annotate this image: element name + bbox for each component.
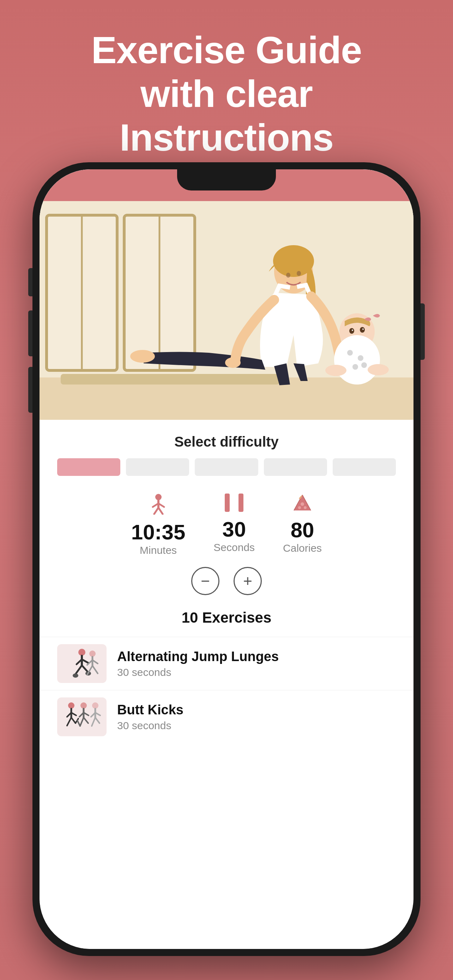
exercise-info-1: Alternating Jump Lunges 30 seconds bbox=[117, 649, 396, 678]
exercise-duration-2: 30 seconds bbox=[117, 720, 396, 732]
person-icon bbox=[149, 493, 168, 519]
svg-point-19 bbox=[352, 329, 353, 331]
exercise-thumbnail-2 bbox=[57, 697, 106, 736]
exercises-count-header: 10 Exercises bbox=[57, 609, 396, 626]
calories-label: Calories bbox=[283, 542, 322, 554]
volume-down-button bbox=[28, 367, 32, 413]
screen-content: Select difficulty bbox=[40, 169, 413, 949]
exercise-thumbnail-1 bbox=[57, 644, 106, 683]
svg-line-32 bbox=[154, 508, 158, 514]
svg-line-63 bbox=[84, 718, 88, 723]
svg-line-64 bbox=[77, 721, 80, 726]
seconds-stat: 30 Seconds bbox=[213, 493, 255, 554]
svg-line-33 bbox=[158, 508, 163, 514]
exercise-name-1: Alternating Jump Lunges bbox=[117, 649, 396, 664]
exercise-duration-1: 30 seconds bbox=[117, 667, 396, 678]
svg-point-12 bbox=[297, 271, 301, 276]
svg-line-55 bbox=[67, 718, 71, 725]
svg-point-25 bbox=[361, 362, 367, 368]
stats-section: 10:35 Minutes 30 Seconds bbox=[40, 483, 413, 560]
svg-point-51 bbox=[68, 702, 75, 709]
svg-point-35 bbox=[298, 506, 301, 509]
calories-value: 80 bbox=[291, 520, 314, 541]
hero-section: Exercise Guide with clear Instructions bbox=[0, 0, 453, 174]
calories-stat: 80 Calories bbox=[283, 493, 322, 554]
difficulty-bar-5[interactable] bbox=[333, 458, 396, 476]
timer-controls bbox=[40, 560, 413, 602]
phone-outer: Select difficulty bbox=[32, 162, 421, 956]
svg-point-34 bbox=[300, 502, 304, 506]
svg-point-21 bbox=[334, 335, 380, 385]
svg-point-26 bbox=[325, 365, 347, 376]
exercise-hero-image bbox=[40, 201, 413, 420]
svg-line-62 bbox=[80, 718, 84, 726]
increase-button[interactable] bbox=[234, 567, 262, 595]
phone-screen: Select difficulty bbox=[40, 169, 413, 949]
exercise-info-2: Butt Kicks 30 seconds bbox=[117, 702, 396, 732]
minutes-stat: 10:35 Minutes bbox=[131, 493, 185, 556]
svg-line-70 bbox=[95, 718, 100, 723]
difficulty-bar-2[interactable] bbox=[126, 458, 189, 476]
exercise-item[interactable]: Alternating Jump Lunges 30 seconds bbox=[40, 637, 413, 690]
exercise-name-2: Butt Kicks bbox=[117, 702, 396, 718]
svg-point-27 bbox=[368, 364, 389, 375]
svg-point-15 bbox=[130, 350, 155, 363]
difficulty-section: Select difficulty bbox=[40, 420, 413, 483]
svg-point-11 bbox=[286, 273, 290, 278]
minutes-label: Minutes bbox=[140, 544, 177, 556]
svg-point-24 bbox=[353, 364, 358, 370]
svg-point-65 bbox=[92, 702, 99, 709]
hero-title: Exercise Guide with clear Instructions bbox=[28, 28, 425, 160]
phone-mockup: Select difficulty bbox=[32, 162, 421, 956]
exercise-list: Alternating Jump Lunges 30 seconds bbox=[40, 637, 413, 949]
pause-icon bbox=[225, 493, 243, 516]
svg-line-41 bbox=[75, 665, 82, 674]
svg-point-20 bbox=[362, 328, 364, 330]
svg-line-69 bbox=[92, 718, 95, 726]
difficulty-label: Select difficulty bbox=[57, 434, 396, 450]
volume-up-button bbox=[28, 310, 32, 356]
difficulty-bars[interactable] bbox=[57, 458, 396, 476]
phone-notch bbox=[177, 169, 276, 191]
minutes-value: 10:35 bbox=[131, 522, 185, 543]
svg-point-17 bbox=[349, 328, 354, 334]
mute-button bbox=[28, 268, 32, 296]
svg-point-45 bbox=[89, 651, 95, 657]
svg-point-43 bbox=[73, 673, 78, 678]
power-button bbox=[421, 303, 425, 360]
svg-point-18 bbox=[360, 327, 365, 332]
difficulty-bar-1[interactable] bbox=[57, 458, 120, 476]
svg-point-36 bbox=[304, 506, 307, 509]
difficulty-bar-3[interactable] bbox=[195, 458, 258, 476]
seconds-label: Seconds bbox=[213, 541, 255, 554]
svg-rect-2 bbox=[61, 374, 280, 385]
svg-line-42 bbox=[82, 665, 88, 672]
svg-point-22 bbox=[347, 350, 353, 356]
decrease-button[interactable] bbox=[191, 567, 219, 595]
svg-point-23 bbox=[358, 355, 363, 361]
seconds-value: 30 bbox=[222, 519, 246, 540]
exercise-item-2[interactable]: Butt Kicks 30 seconds bbox=[40, 690, 413, 743]
svg-line-56 bbox=[71, 718, 75, 723]
svg-point-58 bbox=[80, 702, 87, 709]
svg-line-50 bbox=[92, 666, 98, 673]
svg-point-13 bbox=[225, 357, 241, 368]
exercises-section: 10 Exercises bbox=[40, 602, 413, 637]
difficulty-bar-4[interactable] bbox=[264, 458, 327, 476]
pizza-icon bbox=[293, 493, 312, 517]
